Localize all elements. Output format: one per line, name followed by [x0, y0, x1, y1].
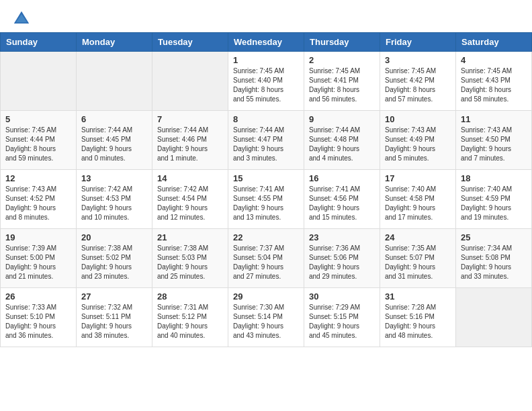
day-number: 24: [385, 232, 451, 242]
day-number: 17: [385, 173, 451, 183]
calendar-cell: [456, 288, 532, 347]
day-number: 1: [233, 55, 299, 65]
calendar-cell: 19Sunrise: 7:39 AM Sunset: 5:00 PM Dayli…: [1, 229, 77, 288]
calendar-cell: 13Sunrise: 7:42 AM Sunset: 4:53 PM Dayli…: [77, 170, 152, 229]
cell-info: Sunrise: 7:45 AM Sunset: 4:40 PM Dayligh…: [233, 66, 299, 104]
day-number: 13: [81, 173, 147, 183]
calendar-cell: 17Sunrise: 7:40 AM Sunset: 4:58 PM Dayli…: [380, 170, 456, 229]
cell-info: Sunrise: 7:45 AM Sunset: 4:44 PM Dayligh…: [5, 126, 71, 163]
day-number: 8: [233, 114, 299, 124]
day-number: 21: [157, 232, 223, 242]
cell-info: Sunrise: 7:38 AM Sunset: 5:03 PM Dayligh…: [157, 244, 223, 281]
cell-info: Sunrise: 7:45 AM Sunset: 4:43 PM Dayligh…: [461, 66, 527, 104]
cell-info: Sunrise: 7:36 AM Sunset: 5:06 PM Dayligh…: [309, 244, 375, 281]
calendar-cell: 24Sunrise: 7:35 AM Sunset: 5:07 PM Dayli…: [380, 229, 456, 288]
cell-info: Sunrise: 7:32 AM Sunset: 5:11 PM Dayligh…: [81, 303, 147, 340]
calendar-cell: 25Sunrise: 7:34 AM Sunset: 5:08 PM Dayli…: [456, 229, 532, 288]
calendar-cell: [152, 52, 228, 111]
calendar-cell: 15Sunrise: 7:41 AM Sunset: 4:55 PM Dayli…: [228, 170, 304, 229]
cell-info: Sunrise: 7:42 AM Sunset: 4:53 PM Dayligh…: [81, 185, 147, 222]
day-number: 12: [5, 173, 71, 183]
cell-info: Sunrise: 7:43 AM Sunset: 4:52 PM Dayligh…: [5, 185, 71, 222]
calendar-cell: 1Sunrise: 7:45 AM Sunset: 4:40 PM Daylig…: [228, 52, 304, 111]
cell-info: Sunrise: 7:43 AM Sunset: 4:49 PM Dayligh…: [385, 126, 451, 163]
calendar-cell: 10Sunrise: 7:43 AM Sunset: 4:49 PM Dayli…: [380, 111, 456, 170]
cell-info: Sunrise: 7:44 AM Sunset: 4:47 PM Dayligh…: [233, 126, 299, 163]
cell-info: Sunrise: 7:35 AM Sunset: 5:07 PM Dayligh…: [385, 244, 451, 281]
calendar-cell: 7Sunrise: 7:44 AM Sunset: 4:46 PM Daylig…: [152, 111, 228, 170]
calendar-cell: 31Sunrise: 7:28 AM Sunset: 5:16 PM Dayli…: [380, 288, 456, 347]
calendar-week-row: 5Sunrise: 7:45 AM Sunset: 4:44 PM Daylig…: [1, 111, 532, 170]
cell-info: Sunrise: 7:43 AM Sunset: 4:50 PM Dayligh…: [461, 126, 527, 163]
day-number: 29: [233, 291, 299, 302]
day-number: 7: [157, 114, 223, 124]
day-number: 26: [5, 291, 71, 302]
logo: [12, 9, 34, 28]
day-number: 11: [461, 114, 527, 124]
cell-info: Sunrise: 7:45 AM Sunset: 4:41 PM Dayligh…: [309, 66, 375, 104]
calendar-header-friday: Friday: [380, 33, 456, 52]
cell-info: Sunrise: 7:44 AM Sunset: 4:45 PM Dayligh…: [81, 126, 147, 163]
calendar-cell: 8Sunrise: 7:44 AM Sunset: 4:47 PM Daylig…: [228, 111, 304, 170]
cell-info: Sunrise: 7:38 AM Sunset: 5:02 PM Dayligh…: [81, 244, 147, 281]
calendar-cell: 28Sunrise: 7:31 AM Sunset: 5:12 PM Dayli…: [152, 288, 228, 347]
calendar-cell: 4Sunrise: 7:45 AM Sunset: 4:43 PM Daylig…: [456, 52, 532, 111]
calendar-week-row: 12Sunrise: 7:43 AM Sunset: 4:52 PM Dayli…: [1, 170, 532, 229]
calendar-cell: 30Sunrise: 7:29 AM Sunset: 5:15 PM Dayli…: [304, 288, 380, 347]
calendar-cell: 5Sunrise: 7:45 AM Sunset: 4:44 PM Daylig…: [1, 111, 77, 170]
cell-info: Sunrise: 7:31 AM Sunset: 5:12 PM Dayligh…: [157, 303, 223, 340]
day-number: 23: [309, 232, 375, 242]
day-number: 19: [5, 232, 71, 242]
day-number: 5: [5, 114, 71, 124]
calendar-cell: 18Sunrise: 7:40 AM Sunset: 4:59 PM Dayli…: [456, 170, 532, 229]
calendar-cell: 23Sunrise: 7:36 AM Sunset: 5:06 PM Dayli…: [304, 229, 380, 288]
calendar-header-saturday: Saturday: [456, 33, 532, 52]
day-number: 18: [461, 173, 527, 183]
day-number: 14: [157, 173, 223, 183]
cell-info: Sunrise: 7:40 AM Sunset: 4:58 PM Dayligh…: [385, 185, 451, 222]
calendar-cell: 12Sunrise: 7:43 AM Sunset: 4:52 PM Dayli…: [1, 170, 77, 229]
calendar-week-row: 1Sunrise: 7:45 AM Sunset: 4:40 PM Daylig…: [1, 52, 532, 111]
day-number: 15: [233, 173, 299, 183]
calendar-cell: [77, 52, 152, 111]
day-number: 6: [81, 114, 147, 124]
calendar-cell: 11Sunrise: 7:43 AM Sunset: 4:50 PM Dayli…: [456, 111, 532, 170]
day-number: 25: [461, 232, 527, 242]
day-number: 9: [309, 114, 375, 124]
day-number: 16: [309, 173, 375, 183]
cell-info: Sunrise: 7:42 AM Sunset: 4:54 PM Dayligh…: [157, 185, 223, 222]
calendar-table: SundayMondayTuesdayWednesdayThursdayFrid…: [0, 32, 532, 347]
day-number: 27: [81, 291, 147, 302]
calendar-cell: 2Sunrise: 7:45 AM Sunset: 4:41 PM Daylig…: [304, 52, 380, 111]
cell-info: Sunrise: 7:41 AM Sunset: 4:56 PM Dayligh…: [309, 185, 375, 222]
calendar-cell: [1, 52, 77, 111]
cell-info: Sunrise: 7:34 AM Sunset: 5:08 PM Dayligh…: [461, 244, 527, 281]
calendar-header-row: SundayMondayTuesdayWednesdayThursdayFrid…: [1, 33, 532, 52]
calendar-header-wednesday: Wednesday: [228, 33, 304, 52]
calendar-week-row: 19Sunrise: 7:39 AM Sunset: 5:00 PM Dayli…: [1, 229, 532, 288]
cell-info: Sunrise: 7:44 AM Sunset: 4:46 PM Dayligh…: [157, 126, 223, 163]
cell-info: Sunrise: 7:30 AM Sunset: 5:14 PM Dayligh…: [233, 303, 299, 340]
day-number: 10: [385, 114, 451, 124]
calendar-cell: 16Sunrise: 7:41 AM Sunset: 4:56 PM Dayli…: [304, 170, 380, 229]
cell-info: Sunrise: 7:45 AM Sunset: 4:42 PM Dayligh…: [385, 66, 451, 104]
calendar-cell: 21Sunrise: 7:38 AM Sunset: 5:03 PM Dayli…: [152, 229, 228, 288]
day-number: 22: [233, 232, 299, 242]
logo-icon: [12, 9, 31, 28]
cell-info: Sunrise: 7:29 AM Sunset: 5:15 PM Dayligh…: [309, 303, 375, 340]
calendar-cell: 22Sunrise: 7:37 AM Sunset: 5:04 PM Dayli…: [228, 229, 304, 288]
page-header: [0, 0, 532, 32]
cell-info: Sunrise: 7:33 AM Sunset: 5:10 PM Dayligh…: [5, 303, 71, 340]
cell-info: Sunrise: 7:40 AM Sunset: 4:59 PM Dayligh…: [461, 185, 527, 222]
day-number: 28: [157, 291, 223, 302]
calendar-header-monday: Monday: [77, 33, 152, 52]
day-number: 31: [385, 291, 451, 302]
cell-info: Sunrise: 7:28 AM Sunset: 5:16 PM Dayligh…: [385, 303, 451, 340]
calendar-header-thursday: Thursday: [304, 33, 380, 52]
day-number: 20: [81, 232, 147, 242]
day-number: 2: [309, 55, 375, 65]
day-number: 30: [309, 291, 375, 302]
cell-info: Sunrise: 7:41 AM Sunset: 4:55 PM Dayligh…: [233, 185, 299, 222]
calendar-cell: 14Sunrise: 7:42 AM Sunset: 4:54 PM Dayli…: [152, 170, 228, 229]
calendar-week-row: 26Sunrise: 7:33 AM Sunset: 5:10 PM Dayli…: [1, 288, 532, 347]
